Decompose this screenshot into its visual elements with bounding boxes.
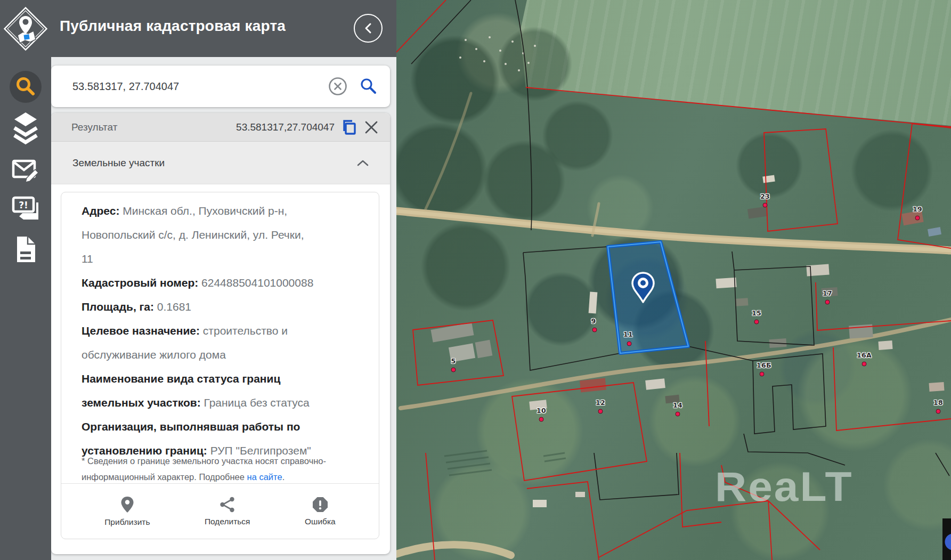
watermark: ReaLT [715, 462, 854, 510]
clear-search-button[interactable] [328, 77, 347, 96]
parcel-details-card: Адрес: Минская обл., Пуховичский р-н, Но… [61, 192, 379, 539]
submit-search-button[interactable] [359, 77, 377, 95]
location-pin-icon [120, 496, 134, 513]
page-title: Публичная кадастровая карта [60, 18, 286, 35]
result-field: Целевое назначение: строительство и обсл… [82, 319, 315, 367]
layers-icon [12, 111, 39, 144]
search-icon [14, 76, 37, 98]
clear-circle-icon [328, 77, 347, 96]
sidebar-item-search[interactable] [0, 70, 51, 104]
result-field: Адрес: Минская обл., Пуховичский р-н, Но… [82, 199, 315, 271]
selected-parcel [608, 242, 688, 353]
app-logo [4, 4, 47, 53]
section-land-parcels[interactable]: Земельные участки [51, 142, 390, 184]
parcel-fields: Адрес: Минская обл., Пуховичский р-н, Но… [61, 192, 328, 462]
map-pin-logo-glyph [18, 16, 36, 43]
copy-icon [341, 119, 357, 136]
close-icon [363, 119, 379, 135]
zoom-to-button[interactable]: Приблизить [104, 496, 150, 527]
disclaimer-note: * Сведения о границе земельного участка … [82, 453, 364, 485]
sidebar-item-help-chat[interactable]: ?! [0, 193, 51, 227]
close-result-button[interactable] [363, 119, 379, 135]
svg-text:?!: ?! [19, 200, 28, 210]
site-link[interactable]: на сайте [247, 472, 282, 482]
chat-question-icon: ?! [12, 196, 39, 224]
chevron-up-icon [357, 160, 369, 166]
sidebar-item-feedback[interactable] [0, 153, 51, 188]
error-octagon-icon [312, 497, 328, 513]
red-boundaries [396, 0, 951, 560]
action-bar: Приблизить Поделиться [61, 483, 379, 539]
map-viewport[interactable]: 2319171591116Б16А510121418 ReaLT [396, 0, 951, 560]
copy-coordinates-button[interactable] [341, 119, 357, 136]
result-field: Наименование вида статуса границ земельн… [82, 367, 315, 415]
action-label: Ошибка [305, 517, 336, 526]
action-label: Приблизить [104, 517, 150, 527]
garden-rows [444, 451, 566, 475]
section-title: Земельные участки [72, 157, 165, 169]
chevron-left-icon [363, 22, 373, 34]
document-icon [14, 236, 37, 263]
sidebar-rail: ?! [0, 0, 51, 560]
result-coordinates: 53.581317,27.704047 [236, 121, 335, 133]
search-submit-icon [359, 77, 377, 95]
share-icon [220, 497, 235, 513]
result-field: Кадастровый номер: 624488504101000088 [82, 271, 315, 295]
result-title: Результат [71, 121, 117, 133]
result-field: Площадь, га: 0.1681 [82, 295, 315, 319]
watermark-logo-corner [942, 518, 951, 560]
search-panel: Результат 53.581317,27.704047 Земельн [51, 57, 396, 560]
mail-edit-icon [12, 159, 39, 182]
search-input[interactable] [51, 80, 328, 93]
result-card: Результат 53.581317,27.704047 Земельн [51, 113, 390, 554]
search-bar [51, 66, 390, 107]
cadastral-map-app: ?! Публичная кадастровая карта [0, 0, 951, 560]
report-error-button[interactable]: Ошибка [305, 497, 336, 526]
sidebar-item-layers[interactable] [0, 111, 51, 145]
map-overlay [396, 0, 951, 560]
result-header: Результат 53.581317,27.704047 [51, 113, 390, 142]
collapse-panel-button[interactable] [354, 14, 383, 43]
sidebar-item-documents[interactable] [0, 232, 51, 266]
header: Публичная кадастровая карта [51, 0, 396, 57]
action-label: Поделиться [205, 517, 250, 526]
share-button[interactable]: Поделиться [205, 497, 250, 526]
